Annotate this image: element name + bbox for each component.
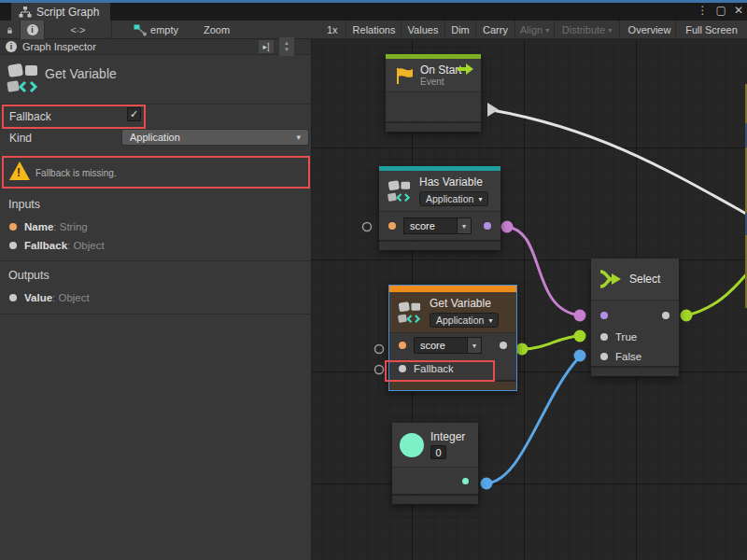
node-integer[interactable]: Integer 0	[392, 423, 478, 504]
unity-script-graph-window: Script Graph ⋮ ▢ ✕ i <∙> empty	[0, 0, 747, 560]
align-label: Align	[520, 24, 543, 35]
input-name: Name	[24, 221, 53, 232]
fallback-port-label: Fallback	[414, 363, 454, 374]
section-divider	[0, 314, 311, 315]
variable-icon	[397, 301, 423, 325]
true-input-port[interactable]	[600, 333, 608, 341]
condition-port-row	[591, 304, 679, 327]
name-port-row: score ▾	[389, 333, 516, 357]
flow-arrow-connector[interactable]	[487, 103, 499, 117]
node-get-variable[interactable]: Get Variable Application ▾ score ▾	[388, 285, 517, 391]
wire-endpoint[interactable]	[574, 350, 586, 362]
lock-icon	[7, 24, 13, 36]
unconnected-port-ring[interactable]	[375, 345, 384, 354]
overview-label: Overview	[628, 24, 671, 35]
object-port-dot	[9, 294, 17, 301]
string-input-port[interactable]	[399, 342, 406, 349]
wire-endpoint[interactable]	[574, 310, 586, 322]
distribute-button: Distribute ▾	[555, 21, 620, 39]
values-button[interactable]: Values	[402, 21, 445, 39]
wire-endpoint[interactable]	[574, 330, 586, 343]
false-port-row: False	[591, 346, 679, 366]
chevron-down-icon: ▾	[608, 26, 612, 35]
wire-endpoint[interactable]	[481, 478, 493, 490]
node-footer	[392, 496, 478, 504]
distribute-label: Distribute	[562, 24, 605, 35]
variable-kind-dropdown[interactable]: Application ▾	[430, 313, 499, 328]
overview-button[interactable]: Overview	[624, 21, 676, 39]
wire-select-output	[686, 273, 747, 315]
variable-picker-button[interactable]: ▾	[458, 217, 472, 234]
tab-script-graph[interactable]: Script Graph	[11, 3, 110, 21]
bool-output-port[interactable]	[484, 222, 491, 230]
info-icon: i	[6, 41, 17, 52]
graph-canvas[interactable]: On Start Event	[312, 39, 747, 560]
chevron-down-icon: ▾	[462, 222, 466, 231]
code-view-button[interactable]: <∙>	[45, 21, 112, 39]
window-maximize-icon[interactable]: ▢	[716, 4, 726, 17]
carry-button[interactable]: Carry	[476, 21, 515, 39]
align-button: Align ▾	[515, 21, 555, 39]
fallback-option-label: Fallback	[9, 110, 51, 123]
false-input-port[interactable]	[600, 353, 608, 360]
inspector-toggle-button[interactable]: i	[21, 21, 45, 39]
warning-message: Fallback is missing.	[35, 168, 117, 178]
relations-button[interactable]: Relations	[347, 21, 402, 39]
dim-button[interactable]: Dim	[445, 21, 476, 39]
output-type: : Object	[52, 292, 90, 303]
full-screen-button[interactable]: Full Screen	[676, 21, 747, 39]
variable-icon	[387, 179, 413, 203]
node-title: Get Variable	[430, 297, 499, 310]
node-select[interactable]: Select True False	[591, 259, 679, 376]
graph-inspector-header[interactable]: i Graph Inspector ▸] ▲ ▼	[0, 39, 311, 55]
wire-endpoint[interactable]	[681, 310, 693, 322]
node-has-variable[interactable]: Has Variable Application ▾ score ▾	[379, 166, 500, 250]
fallback-input-port[interactable]	[399, 365, 406, 372]
wire-onstart-flow	[492, 110, 747, 215]
dock-panel-icon[interactable]: ▸]	[259, 40, 274, 53]
wire-endpoint[interactable]	[516, 343, 529, 356]
script-graph-icon	[19, 7, 32, 18]
variable-name-field[interactable]: score ▾	[403, 217, 472, 234]
window-menu-icon[interactable]: ⋮	[698, 4, 709, 17]
window-close-icon[interactable]: ✕	[734, 4, 743, 17]
node-footer	[591, 368, 679, 376]
dim-label: Dim	[451, 24, 470, 35]
node-title: Select	[629, 273, 660, 286]
wire-endpoint[interactable]	[501, 221, 514, 233]
kind-dropdown[interactable]: Application ▾	[121, 129, 309, 146]
value-output-port[interactable]	[500, 342, 507, 349]
node-on-start[interactable]: On Start Event	[386, 54, 481, 132]
flag-icon	[393, 65, 414, 86]
relations-label: Relations	[353, 24, 396, 35]
graph-icon	[134, 24, 148, 36]
wire-getvariable-to-true	[522, 336, 580, 349]
warning-icon	[9, 161, 30, 180]
input-type: : String	[53, 221, 87, 232]
true-port-row: True	[591, 327, 679, 346]
input-row-fallback: Fallback: Object	[9, 240, 105, 251]
current-graph-button[interactable]: empty	[123, 21, 189, 39]
lock-button[interactable]	[0, 21, 21, 39]
scroll-up-icon[interactable]: ▲	[284, 40, 289, 47]
fallback-checkbox[interactable]: ✓	[127, 107, 141, 121]
chevron-down-icon: ▾	[296, 133, 301, 142]
scroll-down-icon[interactable]: ▼	[284, 47, 289, 53]
variable-picker-button[interactable]: ▾	[468, 337, 482, 354]
string-port-dot	[9, 223, 17, 231]
condition-input-port[interactable]	[600, 312, 608, 319]
node-footer	[379, 242, 500, 250]
unconnected-port-ring[interactable]	[363, 223, 372, 231]
selection-output-port[interactable]	[662, 312, 669, 319]
integer-output-port[interactable]	[462, 478, 469, 484]
wire-layer	[312, 39, 747, 560]
kind-label: Kind	[9, 132, 32, 145]
panel-scroll-spinner[interactable]: ▲ ▼	[279, 37, 294, 56]
variable-name-field[interactable]: score ▾	[414, 337, 482, 354]
flow-output-port[interactable]	[458, 63, 473, 75]
integer-value-field[interactable]: 0	[430, 445, 446, 459]
variable-kind-dropdown[interactable]: Application ▾	[419, 191, 488, 206]
unconnected-port-ring[interactable]	[375, 366, 384, 374]
string-input-port[interactable]	[388, 222, 396, 230]
inspector-node-title: Get Variable	[45, 66, 117, 81]
